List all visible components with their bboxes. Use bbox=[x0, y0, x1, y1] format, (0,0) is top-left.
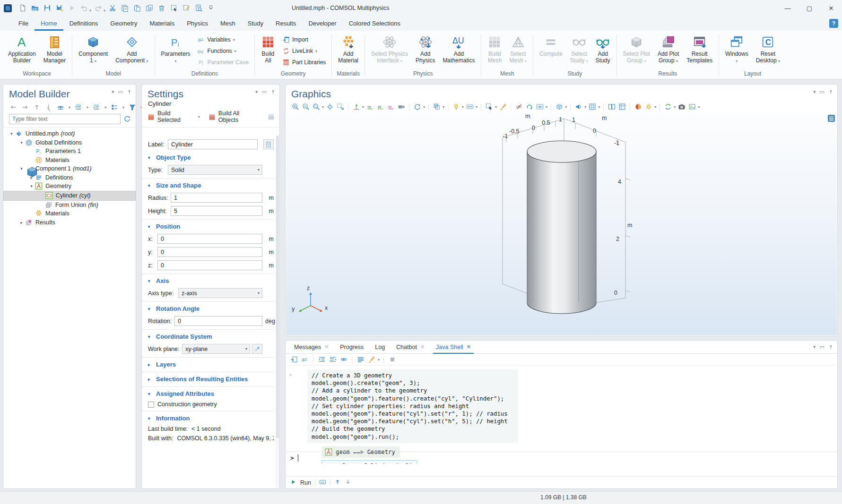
view-xy-icon[interactable]: xy bbox=[365, 103, 374, 111]
ribbon-button-add-study[interactable]: AddStudy bbox=[592, 33, 614, 65]
section-header-information[interactable]: ▾Information bbox=[148, 415, 274, 422]
zoom-out-icon[interactable] bbox=[301, 103, 310, 111]
more-commands-icon[interactable] bbox=[205, 2, 217, 14]
ribbon-button-build-all[interactable]: BuildAll bbox=[258, 33, 278, 65]
copy-icon[interactable] bbox=[119, 2, 130, 14]
view-cube-icon[interactable] bbox=[555, 103, 564, 111]
minimize-button[interactable]: — bbox=[777, 0, 799, 16]
select-workplane[interactable]: xy-plane▾ bbox=[182, 344, 250, 354]
menu-developer[interactable]: Developer bbox=[302, 16, 342, 31]
zoom-selected-icon[interactable] bbox=[336, 103, 345, 111]
zoom-in-icon[interactable] bbox=[291, 103, 300, 111]
graphics-canvas[interactable]: m-1-0.500.511m0-14m20zyx bbox=[286, 113, 837, 335]
select-type[interactable]: Solid▾ bbox=[168, 165, 262, 175]
collapse-region-icon[interactable]: ⌄ bbox=[289, 371, 292, 376]
menu-results[interactable]: Results bbox=[269, 16, 302, 31]
section-header-coordinate-system[interactable]: ▾Coordinate System bbox=[148, 333, 274, 340]
environment-caret-icon[interactable]: ▾ bbox=[476, 105, 477, 109]
panel-pin-icon[interactable] bbox=[127, 89, 132, 94]
search-document-icon[interactable] bbox=[193, 2, 204, 14]
tab-close-icon[interactable]: ✕ bbox=[324, 344, 329, 350]
highlight-icon[interactable] bbox=[181, 2, 192, 14]
history-previous-icon[interactable] bbox=[334, 478, 341, 487]
menu-colored-selections[interactable]: Colored Selections bbox=[343, 16, 407, 31]
color-theme-icon[interactable] bbox=[634, 103, 642, 111]
panel-float-icon[interactable]: ▭ bbox=[118, 89, 123, 95]
paste-icon[interactable] bbox=[131, 2, 143, 14]
ribbon-button-functions[interactable]: f(x)Functions▾ bbox=[196, 46, 251, 56]
tree-expander-icon[interactable]: ▸ bbox=[18, 220, 25, 225]
visibility-icon[interactable] bbox=[535, 103, 544, 111]
expand-all-caret-icon[interactable]: ▾ bbox=[104, 105, 106, 110]
filter-icon[interactable] bbox=[129, 103, 136, 111]
zoom-box-caret-icon[interactable]: ▾ bbox=[322, 105, 324, 109]
tab-close-icon[interactable]: ✕ bbox=[467, 344, 471, 350]
panel-menu-icon[interactable]: ▾ bbox=[813, 344, 816, 350]
panel-menu-icon[interactable]: ▾ bbox=[813, 89, 816, 95]
forward-icon[interactable] bbox=[21, 103, 29, 111]
tab-java-shell[interactable]: Java Shell✕ bbox=[430, 341, 477, 354]
ribbon-button-add-mathematics[interactable]: ΔUAddMathematics bbox=[439, 33, 478, 65]
tree-expander-icon[interactable]: ▾ bbox=[18, 140, 25, 145]
tree-node-untitled-mph[interactable]: ▾Untitled.mph(root) bbox=[3, 129, 136, 138]
menu-definitions[interactable]: Definitions bbox=[63, 16, 104, 31]
visibility-caret-icon[interactable]: ▾ bbox=[546, 105, 547, 109]
tree-expander-icon[interactable]: ▸ bbox=[28, 175, 35, 180]
ribbon-button-add-component[interactable]: AddComponent ▾ bbox=[112, 33, 151, 66]
indent-increase-icon[interactable] bbox=[317, 355, 326, 364]
tree-expander-icon[interactable]: ▾ bbox=[8, 131, 15, 136]
section-header-axis[interactable]: ▾Axis bbox=[148, 277, 274, 284]
tab-close-icon[interactable]: ✕ bbox=[420, 344, 425, 350]
ribbon-button-livelink[interactable]: LiveLink▾ bbox=[280, 46, 328, 56]
go-to-source-button[interactable] bbox=[252, 344, 262, 354]
tab-chatbot[interactable]: Chatbot✕ bbox=[391, 341, 430, 354]
maximize-button[interactable]: ▢ bbox=[799, 0, 820, 16]
menu-study[interactable]: Study bbox=[242, 16, 269, 31]
help-button[interactable]: ? bbox=[829, 19, 838, 28]
transparency-caret-icon[interactable]: ▾ bbox=[443, 105, 444, 109]
tree-node-materials[interactable]: Materials bbox=[3, 209, 136, 218]
collapse-all-caret-icon[interactable]: ▾ bbox=[87, 105, 88, 110]
menu-physics[interactable]: Physics bbox=[181, 16, 214, 31]
build-all-objects-button[interactable]: Build All Objects bbox=[218, 110, 261, 123]
menu-home[interactable]: Home bbox=[35, 16, 63, 31]
refresh-icon[interactable] bbox=[123, 115, 131, 124]
move-up-icon[interactable] bbox=[33, 103, 41, 111]
rename-button[interactable] bbox=[263, 139, 274, 149]
section-header-object-type[interactable]: ▾Object Type bbox=[148, 154, 274, 161]
rotate-caret-icon[interactable]: ▾ bbox=[423, 105, 425, 109]
panel-pin-icon[interactable] bbox=[828, 344, 833, 350]
select-box-caret-icon[interactable]: ▾ bbox=[495, 105, 497, 109]
input-radius[interactable] bbox=[171, 193, 262, 203]
stop-icon[interactable] bbox=[388, 355, 397, 364]
ribbon-button-variables[interactable]: a=Variables▾ bbox=[196, 35, 251, 44]
view-cube-caret-icon[interactable]: ▾ bbox=[565, 105, 567, 109]
ribbon-button-add-physics[interactable]: AddPhysics bbox=[412, 33, 438, 65]
split-screen-icon[interactable] bbox=[607, 103, 616, 111]
line-wrap-icon[interactable] bbox=[356, 355, 365, 364]
duplicate-icon[interactable] bbox=[144, 2, 155, 14]
transparency-icon[interactable] bbox=[432, 103, 441, 111]
java-shell-output[interactable]: ⌄ // Create a 3D geometry model.geom().c… bbox=[286, 367, 837, 464]
view-yz-icon[interactable]: yz bbox=[376, 103, 385, 111]
ribbon-button-import[interactable]: Import bbox=[280, 35, 328, 44]
section-header-layers[interactable]: ▸Layers bbox=[148, 361, 274, 368]
redo-caret-icon[interactable]: ▾ bbox=[104, 9, 105, 13]
panel-pin-icon[interactable] bbox=[828, 89, 833, 94]
undo-caret-icon[interactable]: ▾ bbox=[89, 9, 91, 13]
tree-node-cylinder[interactable]: Cylinder(cyl) bbox=[3, 191, 136, 201]
view-xz-icon[interactable]: xz bbox=[386, 103, 395, 111]
select-axistype[interactable]: z-axis▾ bbox=[178, 288, 262, 298]
ribbon-button-reset-desktop[interactable]: CResetDesktop ▾ bbox=[753, 33, 783, 66]
expand-all-icon[interactable] bbox=[93, 103, 100, 111]
shell-prompt[interactable]: > bbox=[286, 452, 837, 464]
new-file-icon[interactable] bbox=[17, 2, 28, 14]
auto-complete-icon[interactable]: a= bbox=[300, 355, 309, 364]
scene-projection-icon[interactable] bbox=[397, 103, 406, 111]
scene-light-icon[interactable] bbox=[451, 103, 460, 111]
panel-menu-icon[interactable]: ▾ bbox=[112, 89, 114, 95]
ribbon-button-component-1[interactable]: Component1 ▾ bbox=[75, 33, 111, 66]
clear-caret-icon[interactable]: ▾ bbox=[378, 358, 380, 362]
tree-node-materials[interactable]: Materials bbox=[3, 156, 136, 165]
tree-node-form-union[interactable]: Form Union(fin) bbox=[3, 201, 136, 210]
